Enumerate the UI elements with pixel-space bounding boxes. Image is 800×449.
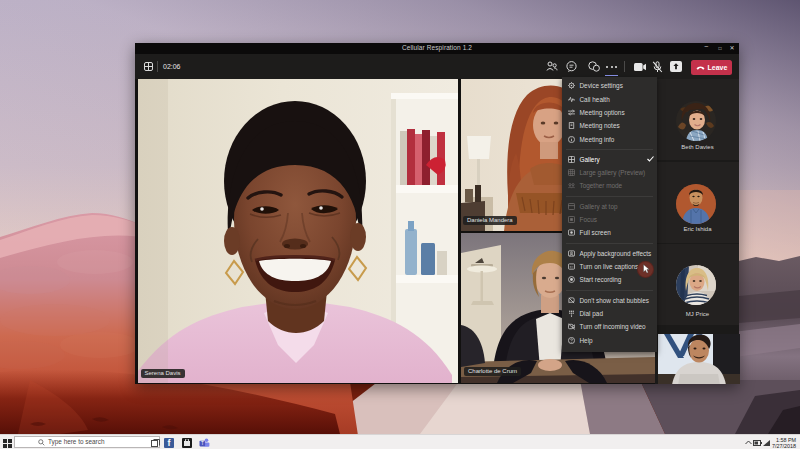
svg-text:T: T [201,441,204,446]
